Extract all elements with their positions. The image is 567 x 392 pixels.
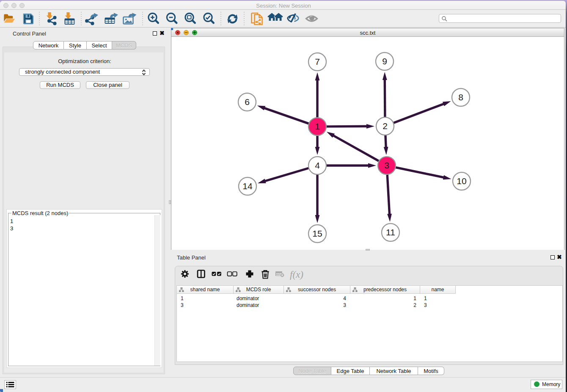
svg-text:f(x): f(x) (290, 269, 303, 280)
svg-text:4: 4 (315, 160, 320, 170)
svg-text:11: 11 (386, 227, 395, 237)
svg-text:7: 7 (315, 57, 320, 66)
svg-text:9: 9 (382, 56, 387, 66)
svg-text:8: 8 (458, 92, 463, 102)
svg-text:1: 1 (315, 121, 320, 131)
svg-text:14: 14 (242, 181, 253, 191)
svg-text:3: 3 (384, 160, 389, 170)
svg-text:2: 2 (383, 121, 388, 131)
svg-text:6: 6 (245, 97, 250, 107)
svg-text:10: 10 (457, 176, 466, 186)
svg-text:15: 15 (312, 229, 322, 238)
